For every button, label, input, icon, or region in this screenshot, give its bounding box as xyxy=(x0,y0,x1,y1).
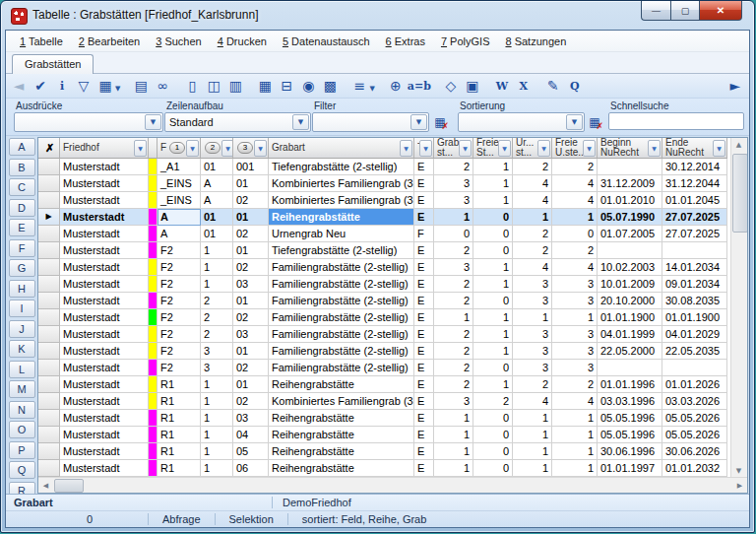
cell-freie_uste[interactable]: 2 xyxy=(552,376,598,393)
column-dropdown-t[interactable]: ▼ xyxy=(419,140,432,157)
filter-funnel-icon[interactable]: ▽ xyxy=(74,76,94,96)
cell-freie_uste[interactable]: 1 xyxy=(552,427,598,443)
letter-button-m[interactable]: M xyxy=(9,380,35,398)
row-selector[interactable] xyxy=(38,293,60,309)
cell-grab_st[interactable]: 1 xyxy=(434,427,473,443)
cell-beginn[interactable]: 01.01.1997 xyxy=(598,460,662,477)
table-row[interactable]: Musterstadt_EINSA02Kombiniertes Familien… xyxy=(38,192,731,209)
cell-freie_st[interactable]: 0 xyxy=(473,460,513,477)
cell-ende[interactable]: 04.01.2029 xyxy=(662,326,727,343)
cell-f[interactable]: A xyxy=(158,209,201,226)
cell-freie_st[interactable]: 2 xyxy=(473,393,513,410)
cell-reihe[interactable]: 2 xyxy=(201,309,233,326)
cell-beginn[interactable]: 05.05.1996 xyxy=(598,427,662,443)
cell-t[interactable]: E xyxy=(414,309,434,326)
column-header-grabart[interactable]: Grabart▼ xyxy=(269,138,414,159)
cell-t[interactable]: E xyxy=(414,427,434,443)
table-select-icon[interactable]: ▩ xyxy=(320,76,340,96)
chevron-down-icon[interactable]: ▼ xyxy=(115,85,120,93)
cell-beginn[interactable]: 05.07.1990 xyxy=(598,209,662,226)
cell-freie_st[interactable]: 0 xyxy=(473,209,513,226)
column-dropdown-beginn[interactable]: ▼ xyxy=(648,140,661,157)
cell-ende[interactable]: 30.06.2026 xyxy=(662,443,727,460)
column-header-ende[interactable]: Ende NuRecht▼ xyxy=(662,138,727,159)
cell-grabart[interactable]: Kombiniertes Familiengrab (3-stellig) xyxy=(269,175,414,192)
cell-grab_st[interactable]: 1 xyxy=(434,309,473,326)
cell-ende[interactable]: 01.01.1900 xyxy=(662,309,727,326)
cell-grab_st[interactable]: 2 xyxy=(434,242,473,259)
column-header-reihe[interactable]: 2▼ xyxy=(201,138,233,159)
table-row[interactable]: MusterstadtF2202Familiengrabstätte (2-st… xyxy=(38,309,731,326)
replace-ab-icon[interactable]: a=b xyxy=(408,76,431,96)
cell-ur_st[interactable]: 1 xyxy=(513,309,552,326)
scroll-right-icon[interactable]: ▶ xyxy=(732,479,747,493)
row-selector[interactable] xyxy=(38,276,60,293)
info-icon[interactable]: i xyxy=(52,76,72,96)
cell-beginn[interactable]: 01.01.1996 xyxy=(598,376,662,393)
cell-freie_uste[interactable]: 2 xyxy=(552,242,598,259)
table-row[interactable]: MusterstadtF2101Tiefengrabstätte (2-stel… xyxy=(38,242,731,259)
letter-button-o[interactable]: O xyxy=(9,421,35,438)
column-header-beginn[interactable]: Beginn NuRecht▼ xyxy=(598,138,662,159)
cell-ur_st[interactable]: 3 xyxy=(513,293,552,309)
filter-clear-button[interactable]: ▦ ✗ xyxy=(431,113,449,130)
cell-grab_st[interactable]: 1 xyxy=(434,443,473,460)
cell-ur_st[interactable]: 3 xyxy=(513,276,552,293)
cell-grabart[interactable]: Familiengrabstätte (2-stellig) xyxy=(269,259,414,276)
cell-grab[interactable]: 01 xyxy=(233,376,269,393)
zeilenaufbau-combobox[interactable]: Standard ▼ xyxy=(164,112,311,132)
cell-f[interactable]: F2 xyxy=(158,343,201,360)
title-bar[interactable]: Tabelle : Grabstätten [Friedhof_Karlsbru… xyxy=(1,1,754,30)
cell-ur_st[interactable]: 1 xyxy=(513,209,552,226)
cell-grab[interactable]: 02 xyxy=(233,192,269,209)
cell-grab_st[interactable]: 2 xyxy=(434,276,473,293)
letter-button-c[interactable]: C xyxy=(9,178,35,196)
cell-ur_st[interactable]: 4 xyxy=(513,393,552,410)
cell-f[interactable]: F2 xyxy=(158,326,201,343)
cell-t[interactable]: E xyxy=(414,293,434,309)
cell-reihe[interactable]: 3 xyxy=(201,343,233,360)
toolbar-scroll-right-icon[interactable]: ► xyxy=(725,76,745,96)
cell-grab[interactable]: 03 xyxy=(233,276,269,293)
cell-ur_st[interactable]: 4 xyxy=(513,175,552,192)
cell-grabart[interactable]: Kombiniertes Familiengrab (3-stellig) xyxy=(269,192,414,209)
menu-item-tabelle[interactable]: 1 Tabelle xyxy=(12,33,71,49)
cell-ur_st[interactable]: 4 xyxy=(513,192,552,209)
cell-freie_st[interactable]: 1 xyxy=(473,326,513,343)
cell-ende[interactable]: 31.12.2044 xyxy=(662,175,727,192)
cell-reihe[interactable]: 1 xyxy=(201,410,233,427)
delete-record-icon[interactable]: ▥ xyxy=(225,76,245,96)
cell-beginn[interactable]: 01.01.1900 xyxy=(598,309,662,326)
letter-button-a[interactable]: A xyxy=(9,138,35,156)
cell-ur_st[interactable]: 3 xyxy=(513,343,552,360)
cell-t[interactable]: E xyxy=(414,276,434,293)
cell-f[interactable]: R1 xyxy=(158,460,201,477)
cell-grabart[interactable]: Reihengrabstätte xyxy=(269,410,414,427)
cell-grab_st[interactable]: 3 xyxy=(434,192,473,209)
cell-freie_uste[interactable]: 3 xyxy=(552,276,598,293)
cell-beginn[interactable]: 31.12.2009 xyxy=(598,175,662,192)
chevron-down-icon[interactable]: ▼ xyxy=(292,114,309,130)
table-goto-icon[interactable]: ▦ xyxy=(255,76,275,96)
cell-reihe[interactable]: 2 xyxy=(201,326,233,343)
column-header-ur_st[interactable]: Ur... st...▼ xyxy=(513,138,552,159)
cell-grab[interactable]: 02 xyxy=(233,393,269,410)
cell-grab[interactable]: 02 xyxy=(233,259,269,276)
cell-grab[interactable]: 01 xyxy=(233,343,269,360)
cell-ur_st[interactable]: 3 xyxy=(513,326,552,343)
cell-freie_st[interactable]: 1 xyxy=(473,192,513,209)
row-selector[interactable] xyxy=(38,242,60,259)
cell-f[interactable]: F2 xyxy=(158,309,201,326)
letter-button-f[interactable]: F xyxy=(9,239,35,257)
cell-t[interactable]: E xyxy=(414,360,434,376)
cell-reihe[interactable]: 1 xyxy=(201,427,233,443)
column-header-band[interactable] xyxy=(149,138,158,159)
row-selector[interactable] xyxy=(38,175,60,192)
cell-friedhof[interactable]: Musterstadt xyxy=(60,159,149,175)
cell-f[interactable]: F2 xyxy=(158,293,201,309)
column-dropdown-grabart[interactable]: ▼ xyxy=(400,140,412,157)
cell-ur_st[interactable]: 3 xyxy=(513,360,552,376)
ausdruecke-combobox[interactable]: ▼ xyxy=(14,112,163,132)
cell-beginn[interactable]: 05.05.1996 xyxy=(598,410,662,427)
cell-grabart[interactable]: Kombiniertes Familiengrab (3-stellig) xyxy=(269,393,414,410)
